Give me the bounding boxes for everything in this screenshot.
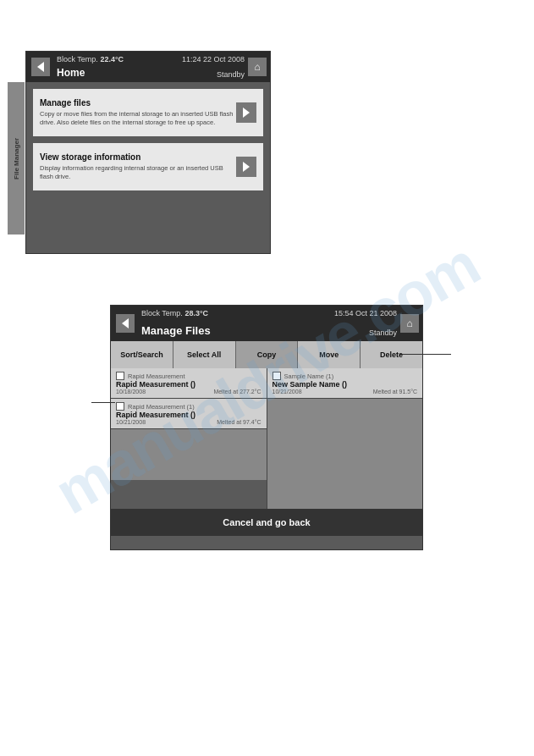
screen2-title: Manage Files — [141, 324, 211, 337]
screen1-time: 11:24 22 Oct 2008 — [182, 55, 245, 63]
sort-search-button[interactable]: Sort/Search — [111, 341, 173, 368]
manage-files-arrow — [236, 102, 256, 123]
screen2: Block Temp. 28.3°C 15:54 Oct 21 2008 Man… — [110, 305, 423, 550]
left-file-col: Rapid Measurement Rapid Measurement () 1… — [111, 368, 267, 509]
select-all-button[interactable]: Select All — [173, 341, 236, 368]
screen1-temp: Block Temp. 22.4°C — [57, 55, 124, 63]
annotation-line-left — [91, 402, 115, 403]
screen2-home-icon[interactable]: ⌂ — [400, 314, 419, 333]
screen2-temp-label: Block Temp. — [141, 309, 183, 317]
file-meta-2: 10/21/2008 Melted at 97.4°C — [116, 419, 261, 425]
manage-files-item[interactable]: Manage files Copy or move files from the… — [33, 89, 263, 136]
file-checkbox-1[interactable] — [116, 372, 124, 380]
manage-files-desc: Copy or move files from the internal sto… — [40, 110, 236, 127]
home-icon[interactable]: ⌂ — [248, 58, 267, 76]
file-area: Rapid Measurement Rapid Measurement () 1… — [111, 368, 422, 509]
view-storage-item[interactable]: View storage information Display informa… — [33, 143, 263, 190]
file-meta-1: 10/18/2008 Melted at 277.2°C — [116, 389, 261, 395]
back-arrow-icon-2 — [122, 318, 129, 328]
toolbar: Sort/Search Select All Copy Move Delete — [111, 341, 422, 368]
screen2-temp: Block Temp. 28.3°C — [141, 309, 208, 317]
screen2-standby: Standby — [369, 328, 397, 337]
arrow-right-icon-2 — [243, 162, 250, 172]
screen1-title: Home — [57, 67, 85, 79]
screen1-header: Block Temp. 22.4°C 11:24 22 Oct 2008 Hom… — [26, 52, 270, 82]
screen2-time: 15:54 Oct 21 2008 — [334, 309, 397, 317]
cancel-label: Cancel and go back — [223, 517, 310, 527]
move-button[interactable]: Move — [298, 341, 361, 368]
left-col-empty — [111, 429, 267, 480]
file-name-big-3: New Sample Name () — [273, 380, 418, 389]
screen2-back-button[interactable] — [116, 314, 135, 333]
file-name-big-1: Rapid Measurement () — [116, 380, 261, 389]
right-col-empty — [267, 399, 423, 509]
right-file-col: Sample Name (1) New Sample Name () 10/21… — [267, 368, 423, 509]
file-item-2[interactable]: Rapid Measurement (1) Rapid Measurement … — [111, 399, 267, 429]
file-name-small-1: Rapid Measurement — [128, 372, 185, 380]
screen1-body: Manage files Copy or move files from the… — [26, 82, 270, 197]
screen2-header: Block Temp. 28.3°C 15:54 Oct 21 2008 Man… — [111, 306, 422, 341]
file-manager-label: File Manager — [8, 82, 25, 235]
screen1: Block Temp. 22.4°C 11:24 22 Oct 2008 Hom… — [25, 51, 271, 254]
annotation-line-right — [400, 354, 451, 355]
back-button[interactable] — [31, 58, 50, 76]
file-meta-3: 10/21/2008 Melted at 91.5°C — [273, 389, 418, 395]
arrow-right-icon — [243, 108, 250, 118]
file-name-small-2: Rapid Measurement (1) — [128, 403, 195, 411]
back-arrow-icon — [37, 62, 44, 72]
file-checkbox-3[interactable] — [273, 372, 281, 380]
cancel-bar[interactable]: Cancel and go back — [111, 509, 422, 536]
file-name-small-3: Sample Name (1) — [284, 372, 334, 380]
temp-label: Block Temp. — [57, 55, 98, 63]
view-storage-arrow — [236, 157, 256, 177]
file-checkbox-2[interactable] — [116, 402, 124, 411]
file-name-big-2: Rapid Measurement () — [116, 411, 261, 419]
view-storage-desc: Display information regarding internal s… — [40, 164, 236, 181]
file-item-3[interactable]: Sample Name (1) New Sample Name () 10/21… — [267, 368, 423, 399]
manage-files-title: Manage files — [40, 98, 236, 108]
screen1-standby: Standby — [217, 70, 245, 79]
copy-button[interactable]: Copy — [236, 341, 299, 368]
screen2-temp-value: 28.3°C — [184, 309, 208, 317]
delete-button[interactable]: Delete — [361, 341, 422, 368]
file-item-1[interactable]: Rapid Measurement Rapid Measurement () 1… — [111, 368, 267, 399]
temp-value: 22.4°C — [100, 55, 124, 63]
view-storage-title: View storage information — [40, 152, 236, 162]
